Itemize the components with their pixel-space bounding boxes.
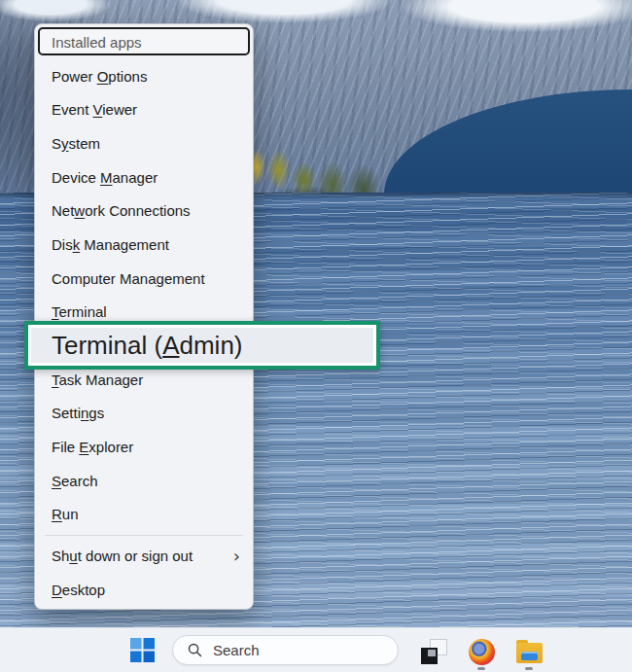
menu-item-label: Network Connections <box>52 202 191 219</box>
menu-item-computer-management[interactable]: Computer Management <box>35 262 253 296</box>
menu-item-shut-down-or-sign-out[interactable]: Shut down or sign out › <box>35 539 253 573</box>
firefox-button[interactable] <box>465 633 498 670</box>
start-button[interactable] <box>125 633 158 670</box>
menu-item-network-connections[interactable]: Network Connections <box>35 194 253 228</box>
chevron-right-icon: › <box>233 545 240 565</box>
menu-item-label: Terminal <box>52 303 107 320</box>
wallpaper-trees <box>239 121 380 200</box>
menu-item-search[interactable]: Search <box>35 464 253 498</box>
menu-item-run[interactable]: Run <box>35 498 253 532</box>
running-indicator <box>477 667 485 670</box>
taskbar: Search <box>0 627 632 672</box>
callout-label: Terminal (Admin) <box>52 331 243 361</box>
task-view-icon <box>421 639 447 664</box>
menu-item-settings[interactable]: Settings <box>35 397 253 431</box>
menu-item-label: Task Manager <box>52 371 143 388</box>
winx-menu: Installed apps Power Options Event Viewe… <box>34 23 254 610</box>
running-indicator <box>525 667 533 670</box>
menu-item-label: Power Options <box>52 68 147 85</box>
menu-item-event-viewer[interactable]: Event Viewer <box>35 92 253 126</box>
menu-item-desktop[interactable]: Desktop <box>35 573 253 607</box>
menu-item-file-explorer[interactable]: File Explorer <box>35 430 253 464</box>
taskbar-search-box[interactable]: Search <box>172 635 399 665</box>
search-label: Search <box>213 642 260 658</box>
menu-item-installed-apps[interactable]: Installed apps <box>35 25 253 59</box>
menu-item-label: Search <box>52 473 98 489</box>
menu-item-label: Event Viewer <box>52 101 137 118</box>
menu-item-label: System <box>52 135 100 152</box>
menu-item-disk-management[interactable]: Disk Management <box>35 228 253 262</box>
menu-item-system[interactable]: System <box>35 126 253 160</box>
search-icon <box>187 642 203 658</box>
menu-item-power-options[interactable]: Power Options <box>35 59 253 93</box>
menu-item-label: File Explorer <box>52 439 133 455</box>
windows-logo-icon <box>130 638 155 665</box>
menu-item-label: Device Manager <box>52 169 158 186</box>
menu-separator <box>45 535 243 536</box>
menu-item-label: Installed apps <box>52 34 142 51</box>
menu-item-label: Computer Management <box>52 270 205 287</box>
menu-item-label: Run <box>52 506 79 522</box>
menu-item-label: Settings <box>52 405 104 421</box>
menu-item-label: Shut down or sign out <box>52 548 193 564</box>
menu-item-device-manager[interactable]: Device Manager <box>35 160 253 195</box>
firefox-icon <box>469 639 495 665</box>
task-view-button[interactable] <box>417 633 450 670</box>
terminal-admin-callout[interactable]: Terminal (Admin) <box>24 321 380 370</box>
menu-item-label: Disk Management <box>52 236 169 253</box>
file-explorer-icon <box>516 640 543 663</box>
file-explorer-button[interactable] <box>512 633 545 670</box>
menu-item-label: Desktop <box>52 582 105 598</box>
